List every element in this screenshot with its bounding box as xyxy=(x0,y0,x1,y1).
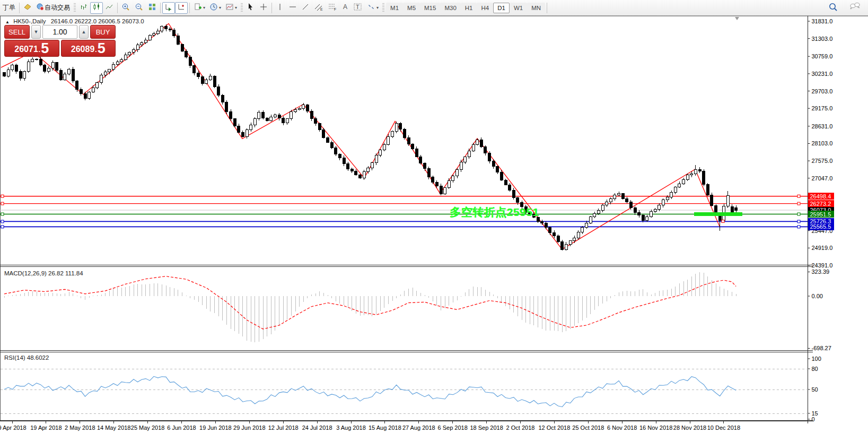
candle xyxy=(225,102,228,111)
line-handle[interactable] xyxy=(1,220,4,223)
svg-text:25 May 2018: 25 May 2018 xyxy=(131,425,165,431)
candle xyxy=(658,205,661,209)
svg-text:31831.0: 31831.0 xyxy=(812,18,833,24)
line-handle[interactable] xyxy=(797,213,800,215)
candle xyxy=(577,232,580,238)
candle xyxy=(654,209,656,212)
chart-ohlc-values: 26146.0 26222.0 26006.5 26073.0 xyxy=(51,18,144,24)
candle xyxy=(411,144,414,149)
candle xyxy=(476,140,479,145)
mt4-terminal-window: 丁单 自动交易 xyxy=(0,0,868,433)
candle xyxy=(379,150,382,155)
volume-decrease-button[interactable]: ▼ xyxy=(31,25,41,39)
candle xyxy=(335,148,337,154)
svg-text:28103.0: 28103.0 xyxy=(812,140,833,146)
candle xyxy=(634,207,636,212)
buy-price-pips: 5 xyxy=(98,41,106,56)
price-tag: 25565.5 xyxy=(808,223,834,230)
candle xyxy=(327,137,329,142)
candle xyxy=(59,71,62,80)
line-handle[interactable] xyxy=(797,226,800,228)
candle xyxy=(593,213,596,217)
candle xyxy=(286,119,288,123)
candle xyxy=(15,65,17,72)
candle xyxy=(363,171,365,178)
candle xyxy=(3,73,6,76)
candle xyxy=(108,70,111,72)
price-tag: 26273.2 xyxy=(808,200,834,207)
candle xyxy=(419,157,422,163)
line-handle[interactable] xyxy=(797,220,800,223)
svg-text:26273.2: 26273.2 xyxy=(810,201,831,207)
svg-text:0: 0 xyxy=(812,416,815,422)
line-handle[interactable] xyxy=(797,195,800,197)
candle xyxy=(726,195,729,206)
candle xyxy=(39,59,42,65)
candle xyxy=(278,115,280,118)
svg-text:3 Aug 2018: 3 Aug 2018 xyxy=(336,425,366,431)
green-highlight-segment[interactable] xyxy=(694,212,742,216)
candle xyxy=(670,193,673,197)
svg-text:50: 50 xyxy=(812,386,818,393)
chart-canvas[interactable]: 31831.031303.030759.030231.029703.029175… xyxy=(0,0,868,433)
candle xyxy=(427,169,430,177)
candle xyxy=(201,76,204,83)
candle xyxy=(68,69,71,74)
candle xyxy=(189,57,191,66)
sell-price-box[interactable]: 26071.5 xyxy=(4,40,59,57)
candle xyxy=(703,171,705,184)
candle xyxy=(258,112,260,119)
svg-text:6 Jun 2018: 6 Jun 2018 xyxy=(167,425,196,431)
svg-text:29175.0: 29175.0 xyxy=(812,105,833,111)
candle xyxy=(241,132,244,136)
svg-text:29 Jun 2018: 29 Jun 2018 xyxy=(233,425,266,431)
volume-input[interactable] xyxy=(42,25,77,39)
candle xyxy=(302,105,305,109)
svg-text:30759.0: 30759.0 xyxy=(812,53,833,59)
candle xyxy=(238,126,240,132)
volume-increase-button[interactable]: ▲ xyxy=(79,25,89,39)
candle xyxy=(561,241,564,249)
line-handle[interactable] xyxy=(1,202,4,205)
line-handle[interactable] xyxy=(1,195,4,197)
buy-button[interactable]: BUY xyxy=(90,25,116,39)
candle xyxy=(581,227,584,232)
candle xyxy=(7,70,10,76)
collapse-arrow-icon[interactable]: ▲ xyxy=(5,20,10,24)
svg-text:-698.27: -698.27 xyxy=(812,345,831,351)
line-handle[interactable] xyxy=(1,213,4,215)
candle xyxy=(698,169,701,171)
line-handle[interactable] xyxy=(797,202,800,205)
candle xyxy=(573,238,576,241)
candle xyxy=(124,55,127,59)
candle xyxy=(367,168,370,171)
candle xyxy=(460,162,462,170)
chart-text-annotation[interactable]: 多空转折点25951 xyxy=(450,205,539,220)
candle xyxy=(11,65,14,70)
macd-indicator-label: MACD(12,26,9) 26.82 111.84 xyxy=(4,270,83,276)
candle xyxy=(51,63,54,68)
candle xyxy=(221,95,224,102)
candle xyxy=(104,72,107,75)
zigzag-handle[interactable] xyxy=(722,220,724,222)
candle xyxy=(399,124,402,129)
line-handle[interactable] xyxy=(1,226,4,228)
candle xyxy=(262,112,265,118)
svg-text:25565.5: 25565.5 xyxy=(810,223,831,230)
candle xyxy=(148,36,151,40)
candle xyxy=(569,241,572,245)
candle xyxy=(185,51,188,57)
candle xyxy=(646,217,648,221)
sell-price-main: 26071 xyxy=(14,44,38,55)
candle xyxy=(23,71,26,78)
candle xyxy=(270,117,273,121)
sell-price-pips: 5 xyxy=(41,41,49,56)
candle xyxy=(589,217,592,223)
candle xyxy=(735,207,738,210)
buy-price-main: 26089 xyxy=(71,44,95,55)
candle xyxy=(47,68,50,72)
buy-price-box[interactable]: 26089.5 xyxy=(61,40,116,57)
sell-button[interactable]: SELL xyxy=(4,25,30,39)
candle xyxy=(246,129,248,136)
candle xyxy=(597,210,600,213)
